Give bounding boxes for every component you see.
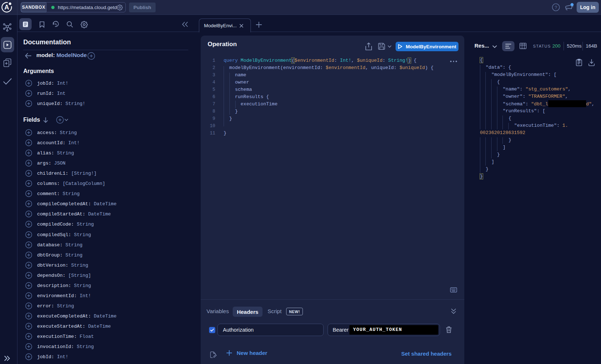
svg-text:?: ? — [555, 5, 557, 10]
svg-text:A: A — [4, 4, 9, 11]
